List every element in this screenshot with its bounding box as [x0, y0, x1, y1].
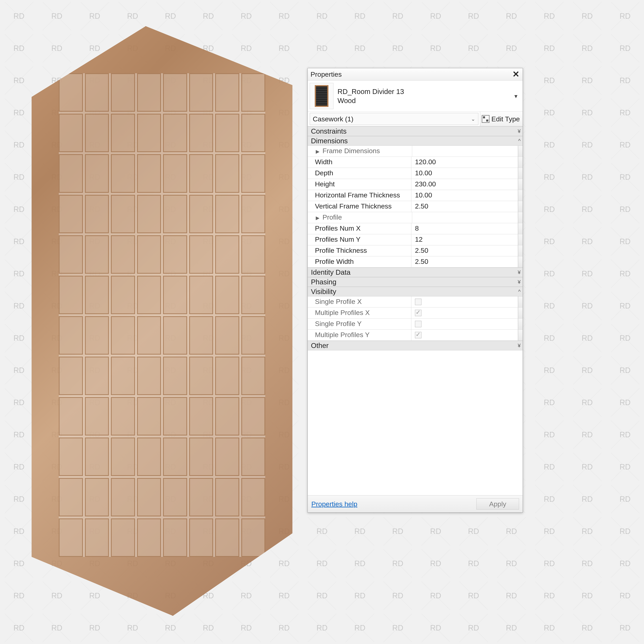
family-selector[interactable]: RD_Room Divider 13 Wood ▾ — [308, 81, 523, 112]
properties-panel: Properties ✕ RD_Room Divider 13 Wood ▾ C… — [308, 68, 523, 513]
section-constraints[interactable]: Constraints ¥ — [308, 126, 523, 136]
prop-button[interactable] — [518, 201, 523, 212]
checkbox[interactable] — [415, 310, 421, 316]
prop-label: Single Profile Y — [308, 319, 411, 329]
checkbox-cell[interactable] — [411, 319, 518, 329]
row-v-frame-thickness[interactable]: Vertical Frame Thickness 2.50 — [308, 201, 523, 212]
prop-value[interactable] — [412, 212, 518, 223]
row-profile[interactable]: ▶ Profile — [308, 212, 523, 223]
section-other[interactable]: Other ¥ — [308, 341, 523, 350]
category-select[interactable]: Casework (1) ⌄ — [310, 113, 478, 125]
apply-button[interactable]: Apply — [476, 498, 519, 510]
prop-button[interactable] — [518, 319, 523, 329]
row-frame-dimensions[interactable]: ▶ Frame Dimensions — [308, 146, 523, 157]
category-row: Casework (1) ⌄ Edit Type — [308, 112, 523, 126]
prop-value[interactable]: 2.50 — [411, 256, 518, 267]
prop-button[interactable] — [518, 146, 523, 157]
prop-value[interactable]: 10.00 — [411, 190, 518, 201]
model-lattice — [59, 73, 265, 557]
prop-value[interactable]: 2.50 — [411, 245, 518, 256]
chevron-down-icon: ⌄ — [471, 116, 475, 122]
edit-type-button[interactable]: Edit Type — [480, 112, 523, 126]
prop-label: Horizontal Frame Thickness — [308, 190, 411, 201]
row-multiple-profiles-y[interactable]: Multiple Profiles Y — [308, 330, 523, 341]
prop-value[interactable]: 2.50 — [411, 201, 518, 212]
collapse-icon: ^ — [518, 289, 520, 295]
section-phasing[interactable]: Phasing ¥ — [308, 277, 523, 287]
checkbox-cell[interactable] — [411, 296, 518, 307]
prop-label: Profiles Num X — [308, 223, 411, 234]
chevron-down-icon[interactable]: ▾ — [512, 93, 519, 100]
row-depth[interactable]: Depth 10.00 — [308, 168, 523, 179]
close-icon[interactable]: ✕ — [511, 70, 521, 78]
prop-value[interactable]: 120.00 — [411, 157, 518, 168]
section-label: Phasing — [311, 278, 336, 286]
prop-button[interactable] — [518, 330, 523, 341]
family-type: Wood — [337, 96, 512, 105]
section-dimensions[interactable]: Dimensions ^ — [308, 136, 523, 146]
properties-help-link[interactable]: Properties help — [311, 500, 357, 508]
prop-value[interactable]: 8 — [411, 223, 518, 234]
prop-button[interactable] — [518, 157, 523, 168]
row-profiles-num-y[interactable]: Profiles Num Y 12 — [308, 234, 523, 245]
category-label: Casework (1) — [313, 115, 353, 123]
prop-label: Multiple Profiles X — [308, 308, 411, 318]
prop-value[interactable] — [412, 146, 518, 157]
family-thumbnail — [310, 83, 333, 109]
row-multiple-profiles-x[interactable]: Multiple Profiles X — [308, 308, 523, 319]
section-label: Other — [311, 342, 329, 350]
prop-button[interactable] — [518, 296, 523, 307]
section-identity-data[interactable]: Identity Data ¥ — [308, 267, 523, 277]
prop-label: Width — [308, 157, 411, 168]
checkbox-cell[interactable] — [411, 330, 518, 341]
expand-icon: ¥ — [518, 128, 520, 134]
prop-value[interactable]: 230.00 — [411, 179, 518, 190]
prop-button[interactable] — [518, 256, 523, 267]
family-name: RD_Room Divider 13 — [337, 87, 512, 96]
prop-label: Profile Thickness — [308, 245, 411, 256]
section-label: Dimensions — [311, 137, 348, 145]
prop-label: ▶ Profile — [308, 212, 412, 223]
expand-icon: ¥ — [518, 269, 520, 276]
triangle-right-icon: ▶ — [316, 215, 321, 221]
prop-button[interactable] — [518, 179, 523, 190]
checkbox-cell[interactable] — [411, 308, 518, 318]
prop-button[interactable] — [518, 308, 523, 318]
triangle-right-icon: ▶ — [316, 149, 321, 154]
prop-button[interactable] — [518, 168, 523, 179]
prop-button[interactable] — [518, 223, 523, 234]
row-profile-thickness[interactable]: Profile Thickness 2.50 — [308, 245, 523, 256]
prop-value[interactable]: 12 — [411, 234, 518, 245]
prop-label: Multiple Profiles Y — [308, 330, 411, 341]
checkbox[interactable] — [415, 332, 421, 338]
prop-value[interactable]: 10.00 — [411, 168, 518, 179]
prop-label: ▶ Frame Dimensions — [308, 146, 412, 157]
prop-button[interactable] — [518, 212, 523, 223]
prop-label: Profiles Num Y — [308, 234, 411, 245]
row-single-profile-x[interactable]: Single Profile X — [308, 296, 523, 308]
panel-titlebar[interactable]: Properties ✕ — [308, 68, 523, 81]
prop-label: Vertical Frame Thickness — [308, 201, 411, 212]
edit-type-label: Edit Type — [491, 115, 520, 123]
row-profiles-num-x[interactable]: Profiles Num X 8 — [308, 223, 523, 234]
thumbnail-graphic — [315, 85, 328, 107]
row-profile-width[interactable]: Profile Width 2.50 — [308, 256, 523, 267]
row-h-frame-thickness[interactable]: Horizontal Frame Thickness 10.00 — [308, 190, 523, 201]
model-3d-view[interactable] — [26, 26, 298, 616]
section-visibility[interactable]: Visibility ^ — [308, 287, 523, 296]
checkbox[interactable] — [415, 299, 421, 305]
prop-label: Profile Width — [308, 256, 411, 267]
prop-button[interactable] — [518, 190, 523, 201]
edit-type-icon — [482, 115, 489, 123]
expand-icon: ¥ — [518, 279, 520, 285]
section-label: Constraints — [311, 127, 347, 135]
row-height[interactable]: Height 230.00 — [308, 179, 523, 190]
prop-label: Single Profile X — [308, 296, 411, 307]
row-width[interactable]: Width 120.00 — [308, 157, 523, 168]
prop-button[interactable] — [518, 245, 523, 256]
checkbox[interactable] — [415, 321, 421, 327]
section-label: Identity Data — [311, 268, 351, 276]
row-single-profile-y[interactable]: Single Profile Y — [308, 319, 523, 330]
panel-footer: Properties help Apply — [308, 495, 523, 512]
prop-button[interactable] — [518, 234, 523, 245]
